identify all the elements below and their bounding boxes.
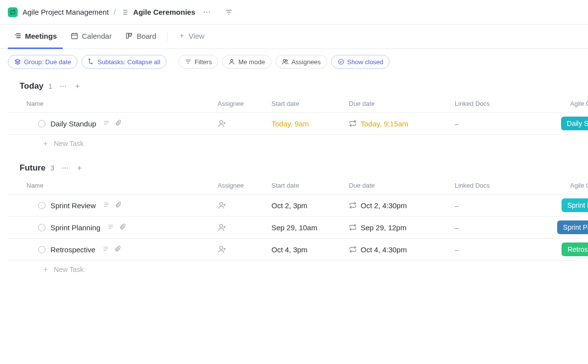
group-header: Today 1 [8, 76, 580, 96]
due-date-cell[interactable]: Oct 2, 4:30pm [349, 201, 455, 210]
task-row[interactable]: Daily Standup Today, 9am Today, 9:15am –… [8, 113, 580, 135]
assignee-cell[interactable] [218, 201, 271, 210]
th-name: Name [26, 182, 218, 189]
group-more-icon[interactable] [59, 162, 71, 174]
task-row[interactable]: Sprint Planning Sep 29, 10am Sep 29, 12p… [8, 217, 580, 239]
due-date-text: Oct 4, 4:30pm [361, 245, 407, 254]
description-icon[interactable] [103, 120, 110, 128]
th-linked: Linked Docs [455, 100, 527, 107]
start-date-cell[interactable]: Oct 2, 3pm [271, 201, 349, 210]
linked-docs-cell[interactable]: – [455, 201, 527, 210]
attachment-icon[interactable] [115, 120, 122, 128]
view-tab-calendar[interactable]: Calendar [65, 24, 118, 49]
chip-label: Group: Due date [24, 58, 71, 66]
chip-group[interactable]: Group: Due date [8, 55, 77, 69]
breadcrumb-space[interactable]: Agile Project Management [23, 8, 109, 16]
chip-filters[interactable]: Filters [178, 55, 218, 69]
due-date-cell[interactable]: Sep 29, 12pm [349, 223, 455, 232]
ceremony-tag[interactable]: Retrospective [562, 243, 588, 256]
view-divider [167, 32, 168, 42]
svg-point-18 [67, 168, 68, 169]
task-name[interactable]: Retrospective [50, 245, 96, 254]
task-name[interactable]: Sprint Review [50, 201, 96, 210]
caret-down-icon[interactable] [9, 165, 15, 171]
start-date-cell[interactable]: Today, 9am [271, 120, 349, 128]
th-ceremony: Agile Ceremony [527, 182, 588, 189]
attachment-icon[interactable] [114, 245, 121, 254]
due-date-cell[interactable]: Oct 4, 4:30pm [349, 245, 455, 254]
svg-point-14 [65, 86, 66, 87]
recurring-icon [349, 201, 357, 209]
th-due: Due date [349, 100, 455, 107]
task-name[interactable]: Daily Standup [50, 120, 96, 128]
start-date-cell[interactable]: Oct 4, 3pm [271, 245, 349, 254]
svg-rect-4 [126, 33, 128, 39]
task-group: Future 3 Name Assignee Start date Due da… [0, 156, 588, 282]
ceremony-tag[interactable]: Sprint Planning [557, 220, 588, 234]
task-row[interactable]: Sprint Review Oct 2, 3pm Oct 2, 4:30pm –… [8, 194, 580, 217]
group-header: Future 3 [8, 158, 580, 178]
recurring-icon [349, 223, 357, 231]
linked-docs-cell[interactable]: – [455, 245, 527, 254]
group-add-icon[interactable] [76, 165, 83, 171]
space-icon [8, 7, 18, 17]
description-icon[interactable] [103, 201, 110, 210]
svg-point-21 [220, 246, 223, 249]
linked-docs-cell[interactable]: – [455, 120, 527, 128]
ceremony-tag[interactable]: Sprint Review [562, 198, 588, 212]
list-icon [121, 8, 128, 16]
sort-icon[interactable] [223, 6, 235, 18]
caret-down-icon[interactable] [9, 83, 15, 89]
attachment-icon[interactable] [119, 223, 126, 232]
status-circle[interactable] [38, 120, 46, 127]
chip-subtasks[interactable]: Subtasks: Collapse all [81, 55, 167, 69]
svg-point-20 [220, 224, 223, 227]
assignee-cell[interactable] [218, 119, 271, 128]
th-ceremony: Agile Ceremony [527, 100, 588, 107]
ceremony-tag[interactable]: Daily Standup [561, 117, 588, 130]
status-circle[interactable] [38, 246, 46, 253]
status-circle[interactable] [38, 202, 46, 209]
description-icon[interactable] [107, 223, 114, 232]
new-task-label: New Task [54, 266, 83, 273]
svg-point-0 [203, 11, 204, 12]
svg-point-9 [283, 59, 286, 62]
more-icon[interactable] [200, 6, 213, 19]
status-circle[interactable] [38, 224, 46, 231]
breadcrumb-current[interactable]: Agile Ceremonies [133, 8, 196, 16]
th-due: Due date [349, 182, 455, 189]
assignee-cell[interactable] [218, 223, 271, 232]
breadcrumb-bar: Agile Project Management / Agile Ceremon… [0, 0, 588, 24]
th-start: Start date [271, 100, 349, 107]
linked-docs-cell[interactable]: – [455, 223, 527, 232]
svg-point-13 [63, 86, 64, 87]
start-date-cell[interactable]: Sep 29, 10am [271, 223, 349, 232]
chip-show-closed[interactable]: Show closed [331, 55, 390, 69]
column-headers: Name Assignee Start date Due date Linked… [8, 178, 580, 194]
th-name: Name [26, 100, 218, 107]
svg-point-16 [62, 168, 63, 169]
breadcrumb-separator: / [114, 8, 116, 16]
chip-label: Me mode [238, 58, 265, 66]
chip-me-mode[interactable]: Me mode [222, 55, 271, 69]
chip-assignees[interactable]: Assignees [275, 55, 327, 69]
add-view-button[interactable]: View [172, 24, 210, 49]
chip-label: Subtasks: Collapse all [98, 58, 160, 66]
task-name[interactable]: Sprint Planning [50, 223, 100, 232]
new-task-button[interactable]: New Task [8, 135, 580, 152]
new-task-button[interactable]: New Task [8, 261, 580, 278]
chip-label: Assignees [292, 58, 321, 66]
svg-point-19 [220, 202, 223, 205]
view-tab-meetings[interactable]: Meetings [8, 24, 63, 49]
task-row[interactable]: Retrospective Oct 4, 3pm Oct 4, 4:30pm –… [8, 239, 580, 261]
due-date-text: Today, 9:15am [361, 120, 408, 128]
assignee-cell[interactable] [218, 245, 271, 254]
view-tab-board[interactable]: Board [120, 24, 162, 49]
due-date-cell[interactable]: Today, 9:15am [349, 120, 455, 128]
attachment-icon[interactable] [115, 201, 122, 210]
description-icon[interactable] [102, 245, 109, 254]
group-add-icon[interactable] [74, 83, 81, 90]
group-more-icon[interactable] [57, 80, 69, 92]
new-task-label: New Task [54, 140, 83, 147]
th-start: Start date [271, 182, 349, 189]
